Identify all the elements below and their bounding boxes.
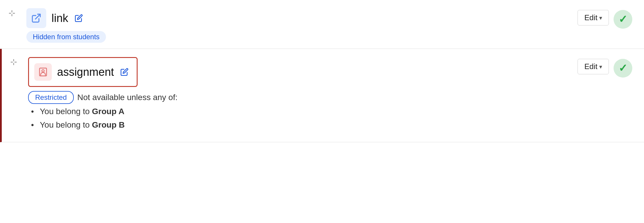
link-edit-chevron: ▾ bbox=[599, 14, 602, 21]
assignment-check-circle: ✓ bbox=[614, 59, 632, 78]
assignment-item-row: ⊹ assignment bbox=[0, 49, 644, 142]
group-b-bold: Group B bbox=[92, 120, 125, 129]
link-edit-pencil-icon[interactable] bbox=[75, 14, 83, 22]
drag-icon: ⊹ bbox=[8, 8, 15, 18]
link-item-row: ⊹ link Hidden bbox=[0, 0, 644, 49]
condition-group-b: You belong to Group B bbox=[40, 120, 572, 130]
condition-group-a-text: You belong to Group A bbox=[40, 107, 124, 116]
assignment-person-icon bbox=[38, 67, 48, 77]
link-hidden-badge: Hidden from students bbox=[26, 31, 106, 43]
assignment-item-content: assignment Restricted Not available unle… bbox=[25, 54, 578, 137]
conditions-list: You belong to Group A You belong to Grou… bbox=[28, 107, 572, 130]
assignment-icon-box bbox=[34, 63, 52, 81]
assignment-drag-handle[interactable]: ⊹ bbox=[2, 54, 25, 67]
group-a-bold: Group A bbox=[92, 107, 124, 116]
assignment-drag-icon: ⊹ bbox=[10, 57, 17, 67]
svg-point-2 bbox=[42, 70, 44, 72]
link-hidden-badge-wrapper: Hidden from students bbox=[26, 31, 572, 43]
assignment-edit-chevron: ▾ bbox=[599, 63, 602, 70]
link-edit-label: Edit bbox=[584, 13, 597, 22]
link-title: link bbox=[52, 12, 68, 25]
external-link-icon bbox=[31, 13, 42, 23]
assignment-title: assignment bbox=[57, 66, 114, 78]
link-item-actions: Edit ▾ ✓ bbox=[578, 5, 644, 29]
condition-group-a: You belong to Group A bbox=[40, 107, 572, 116]
assignment-highlight-box: assignment bbox=[28, 57, 138, 87]
link-icon-box bbox=[26, 8, 46, 28]
assignment-edit-button[interactable]: Edit ▾ bbox=[578, 59, 609, 74]
link-item-content: link Hidden from students bbox=[23, 5, 578, 46]
link-check-icon: ✓ bbox=[619, 13, 627, 25]
link-check-circle: ✓ bbox=[614, 10, 632, 29]
assignment-edit-label: Edit bbox=[584, 62, 597, 71]
link-drag-handle[interactable]: ⊹ bbox=[0, 5, 23, 18]
svg-line-0 bbox=[35, 14, 40, 19]
link-edit-button[interactable]: Edit ▾ bbox=[578, 10, 609, 25]
availability-row: Restricted Not available unless any of: bbox=[28, 91, 572, 104]
assignment-check-icon: ✓ bbox=[619, 62, 627, 74]
restricted-badge: Restricted bbox=[28, 91, 74, 104]
assignment-edit-pencil-icon[interactable] bbox=[120, 68, 129, 76]
page-container: ⊹ link Hidden bbox=[0, 0, 644, 223]
link-main-row: link bbox=[26, 8, 572, 28]
condition-group-b-text: You belong to Group B bbox=[40, 120, 125, 129]
availability-text: Not available unless any of: bbox=[77, 93, 177, 102]
assignment-item-actions: Edit ▾ ✓ bbox=[578, 54, 644, 78]
